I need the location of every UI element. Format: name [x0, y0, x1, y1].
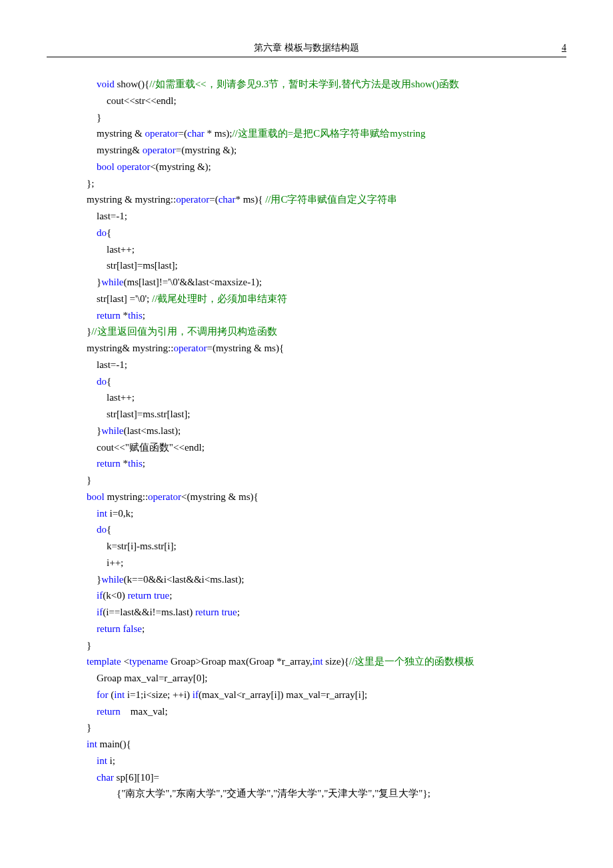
code-line: int main(){ — [87, 736, 566, 753]
header-rule — [47, 57, 566, 57]
code-line: str[last]=ms.str[last]; — [87, 406, 566, 423]
code-listing: void show(){//如需重载<<，则请参见9.3节，暂时未学到,替代方法… — [47, 76, 566, 802]
code-line: } — [87, 637, 566, 654]
code-line: int i=0,k; — [87, 505, 566, 522]
code-line: last++; — [87, 241, 566, 258]
code-line: mystring & operator=(char * ms);//这里重载的=… — [87, 125, 566, 142]
code-line: return false; — [87, 621, 566, 637]
code-line: return *this; — [87, 455, 566, 472]
code-line: do{ — [87, 373, 566, 390]
code-line: }while(last<ms.last); — [87, 423, 566, 439]
code-line: }; — [87, 175, 566, 192]
code-line: last=-1; — [87, 208, 566, 225]
code-line: k=str[i]-ms.str[i]; — [87, 538, 566, 555]
code-line: if(i==last&&i!=ms.last) return true; — [87, 604, 566, 621]
code-line: return *this; — [87, 307, 566, 324]
code-line: mystring& mystring::operator=(mystring &… — [87, 340, 566, 357]
code-line: cout<<str<<endl; — [87, 93, 566, 109]
code-line: template <typename Groap>Groap max(Groap… — [87, 653, 566, 670]
code-line: bool operator<(mystring &); — [87, 159, 566, 175]
code-line: {"南京大学","东南大学","交通大学","清华大学","天津大学","复旦大… — [87, 785, 566, 802]
code-line: return max_val; — [87, 703, 566, 720]
code-line: }while(ms[last]!='\0'&&last<maxsize-1); — [87, 274, 566, 291]
code-line: bool mystring::operator<(mystring & ms){ — [87, 489, 566, 505]
code-line: do{ — [87, 521, 566, 538]
code-line: if(k<0) return true; — [87, 587, 566, 604]
code-line: int i; — [87, 753, 566, 769]
code-line: last++; — [87, 389, 566, 406]
code-line: }//这里返回值为引用，不调用拷贝构造函数 — [87, 323, 566, 340]
code-line: do{ — [87, 225, 566, 241]
code-line: } — [87, 719, 566, 736]
code-line: } — [87, 109, 566, 126]
code-line: str[last] ='\0'; //截尾处理时，必须加串结束符 — [87, 291, 566, 307]
code-line: mystring & mystring::operator=(char* ms)… — [87, 191, 566, 208]
code-line: for (int i=1;i<size; ++i) if(max_val<r_a… — [87, 687, 566, 703]
code-line: last=-1; — [87, 357, 566, 373]
code-line: void show(){//如需重载<<，则请参见9.3节，暂时未学到,替代方法… — [87, 76, 566, 93]
code-line: } — [87, 472, 566, 489]
code-line: str[last]=ms[last]; — [87, 257, 566, 274]
code-line: cout<<"赋值函数"<<endl; — [87, 439, 566, 456]
header-title: 第六章 模板与数据结构题 — [254, 40, 359, 55]
code-line: i++; — [87, 555, 566, 571]
code-line: char sp[6][10]= — [87, 769, 566, 786]
code-line: }while(k==0&&i<last&&i<ms.last); — [87, 571, 566, 588]
code-line: mystring& operator=(mystring &); — [87, 142, 566, 159]
code-line: Groap max_val=r_array[0]; — [87, 670, 566, 687]
page-number: 4 — [562, 40, 566, 55]
page-header: 第六章 模板与数据结构题 4 — [47, 40, 566, 55]
